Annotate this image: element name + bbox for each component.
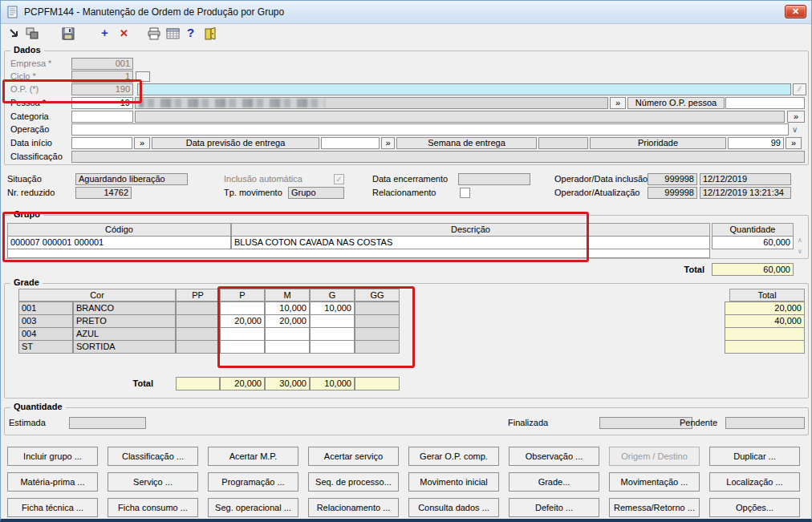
grade-cell-p[interactable] <box>220 327 265 341</box>
semana-entrega-label: Semana de entrega <box>396 137 537 149</box>
grade-cell-pp <box>176 340 220 354</box>
grade-row-cor: SORTIDA <box>73 340 176 354</box>
grupo-scroll-up-icon[interactable]: ∧ <box>798 237 802 244</box>
operacao-dropdown-icon[interactable]: ∨ <box>792 127 798 133</box>
tp-movimento-label: Tp. movimento <box>224 187 282 199</box>
data-inclusao-field: 12/12/2019 <box>700 173 791 185</box>
button-acertar-servico[interactable]: Acertar serviço <box>308 447 399 466</box>
grade-cell-m[interactable]: 20,000 <box>265 314 310 328</box>
prioridade-label: Prioridade <box>590 137 726 149</box>
grade-header-cor: Cor <box>18 289 176 301</box>
grid-icon[interactable] <box>166 27 180 40</box>
button-materia-prima[interactable]: Matéria-prima ... <box>7 472 98 492</box>
grade-cell-p[interactable] <box>220 301 265 315</box>
grade-row-code: 004 <box>18 327 73 341</box>
estimada-field <box>69 417 146 429</box>
button-ficha-tecnica[interactable]: Ficha técnica ... <box>7 498 98 517</box>
ciclo-field: 1 <box>71 71 133 83</box>
data-inicio-field[interactable] <box>71 137 132 149</box>
add-icon[interactable]: + <box>101 26 108 39</box>
button-consulta-dados[interactable]: Consulta dados ... <box>408 498 499 517</box>
button-seg-operacional[interactable]: Seg. operacional ... <box>208 498 298 517</box>
categoria-desc-field <box>135 111 785 123</box>
grade-cell-m[interactable] <box>265 327 310 341</box>
quantidade-legend: Quantidade <box>10 402 66 412</box>
grupo-scroll-down-icon[interactable]: ∨ <box>798 249 802 255</box>
data-atualizacao-field: 12/12/2019 13:21:34 <box>700 187 791 199</box>
print-icon[interactable] <box>147 27 161 40</box>
grade-cell-m[interactable]: 10,000 <box>265 301 310 315</box>
button-acertar-mp[interactable]: Acertar M.P. <box>208 447 298 466</box>
grupo-legend: Grupo <box>10 209 43 220</box>
pendente-label: Pendente <box>680 417 717 429</box>
navigate-icon[interactable] <box>7 27 22 40</box>
grupo-header-quantidade: Quantidade <box>712 223 794 237</box>
close-button[interactable]: ✕ <box>785 5 806 18</box>
exit-icon[interactable] <box>204 27 217 40</box>
nr-reduzido-field: 14762 <box>75 187 132 199</box>
grupo-row-codigo[interactable]: 000007 000001 000001 <box>7 236 231 249</box>
ciclo-lookup-button[interactable] <box>136 71 150 82</box>
button-gerar-op-comp[interactable]: Gerar O.P. comp. <box>408 447 499 466</box>
button-duplicar[interactable]: Duplicar ... <box>709 447 800 466</box>
op-note-field[interactable] <box>137 83 791 95</box>
categoria-label: Categoria <box>10 111 49 123</box>
button-observacao[interactable]: Observação ... <box>509 447 599 466</box>
inclusao-automatica-label: Inclusão automática <box>224 173 302 185</box>
relacionamento-checkbox[interactable] <box>460 188 470 198</box>
grade-cell-g[interactable] <box>310 314 355 328</box>
grade-cell-p[interactable]: 20,000 <box>220 314 265 328</box>
grade-total-label: Total <box>104 378 153 390</box>
pessoa-name-redacted <box>139 99 325 107</box>
button-remessa-retorno[interactable]: Remessa/Retorno ... <box>609 498 700 517</box>
prioridade-field[interactable]: 99 <box>728 137 784 149</box>
button-classificacao[interactable]: Classificação ... <box>108 447 198 466</box>
button-seq-de-processo[interactable]: Seq. de processo... <box>308 472 399 492</box>
grade-row-code: ST <box>18 340 73 354</box>
pessoa-field[interactable]: 19 <box>71 97 133 109</box>
grupo-row-quantidade[interactable]: 60,000 <box>712 236 794 249</box>
button-movimentacao[interactable]: Movimentação ... <box>609 472 700 492</box>
button-ficha-consumo[interactable]: Ficha consumo ... <box>108 498 198 517</box>
pessoa-lookup-button[interactable]: » <box>610 97 626 109</box>
button-programacao[interactable]: Programação ... <box>208 472 298 492</box>
grade-cell-gg <box>355 301 400 315</box>
grupo-row-descricao[interactable]: BLUSA COTON CAVADA NAS COSTAS <box>231 236 710 249</box>
grade-cell-g[interactable] <box>310 327 355 341</box>
button-incluir-grupo[interactable]: Incluir grupo ... <box>7 447 98 466</box>
grade-cell-p[interactable] <box>220 340 265 354</box>
button-opcoes[interactable]: Opções... <box>709 498 800 517</box>
operacao-field[interactable] <box>71 123 789 136</box>
title-bar[interactable]: PCPFM144 - Manutenção de Ordem de Produç… <box>1 1 811 24</box>
button-relacionamento[interactable]: Relacionamento ... <box>308 498 399 517</box>
grade-cell-g[interactable] <box>310 340 355 354</box>
cascade-icon[interactable] <box>25 27 39 40</box>
button-localizacao[interactable]: Localização ... <box>709 472 800 492</box>
button-servico[interactable]: Serviço ... <box>108 472 198 492</box>
operador-inclusao-field: 999998 <box>648 173 697 185</box>
categoria-lookup-button[interactable]: » <box>787 111 805 123</box>
data-previsao-lookup-button[interactable]: » <box>381 137 395 149</box>
delete-icon[interactable]: ✕ <box>120 27 128 39</box>
grupo-empty-row[interactable] <box>7 249 710 258</box>
situacao-label: Situação <box>7 173 42 185</box>
grade-total-gg <box>355 377 400 390</box>
classificacao-field <box>71 151 805 163</box>
help-icon[interactable]: ? <box>187 26 194 39</box>
grade-cell-m[interactable] <box>265 340 310 354</box>
grade-total-m: 30,000 <box>265 377 310 390</box>
numero-op-pessoa-field[interactable] <box>725 97 805 109</box>
save-icon[interactable] <box>62 27 75 40</box>
data-encerramento-label: Data encerramento <box>372 173 448 185</box>
button-grade[interactable]: Grade... <box>509 472 599 492</box>
button-defeito[interactable]: Defeito ... <box>509 498 599 517</box>
operador-atualizacao-label: Operador/Atualização <box>554 187 639 199</box>
prioridade-lookup-button[interactable]: » <box>786 137 802 149</box>
grade-cell-g[interactable]: 10,000 <box>310 301 355 315</box>
button-movimento-inicial[interactable]: Movimento inicial <box>408 472 499 492</box>
grade-row-cor: BRANCO <box>73 301 176 315</box>
data-previsao-field[interactable] <box>321 137 380 149</box>
data-inicio-lookup-button[interactable]: » <box>134 137 150 149</box>
categoria-field[interactable] <box>71 111 133 123</box>
grade-cell-pp <box>176 327 220 341</box>
